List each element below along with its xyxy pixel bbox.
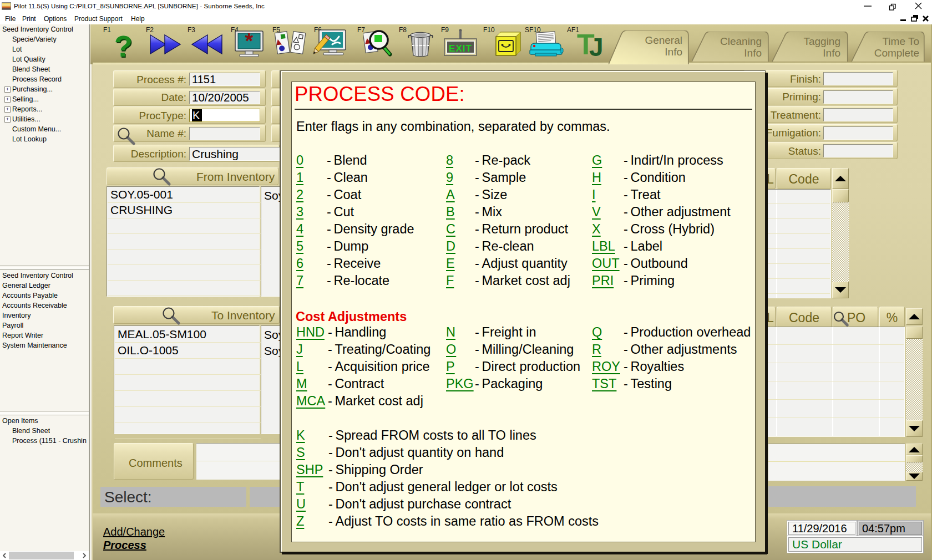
svg-text:*: *	[245, 30, 254, 53]
svg-text:EXIT: EXIT	[449, 43, 472, 54]
